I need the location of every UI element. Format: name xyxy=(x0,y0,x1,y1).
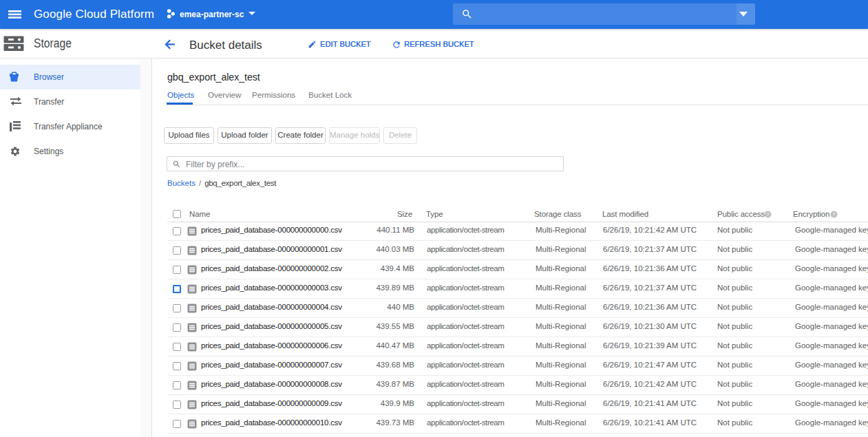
svg-text:?: ? xyxy=(767,212,770,217)
svg-text:?: ? xyxy=(833,212,836,217)
